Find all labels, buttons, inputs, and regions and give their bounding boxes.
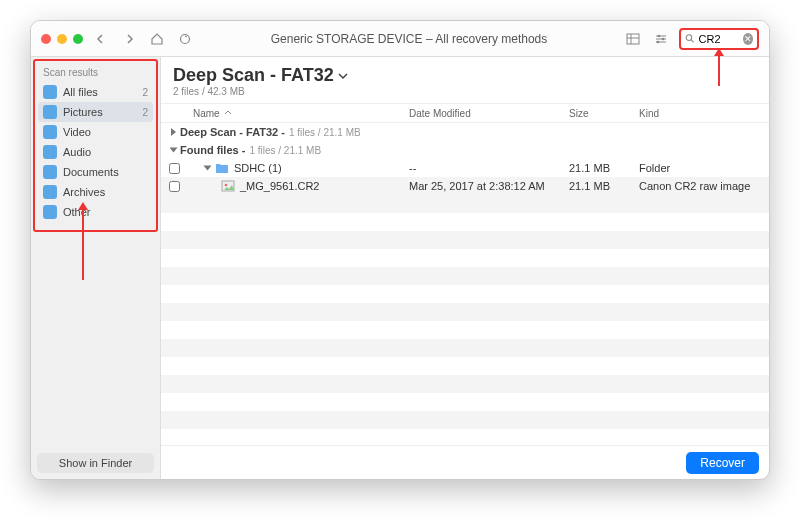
- view-mode-button[interactable]: [623, 29, 643, 49]
- file-size: 21.1 MB: [569, 162, 639, 174]
- scan-results-group: Scan results All files2Pictures2VideoAud…: [33, 59, 158, 232]
- file-row[interactable]: _MG_9561.CR2Mar 25, 2017 at 2:38:12 AM21…: [161, 177, 769, 195]
- svg-point-5: [686, 35, 692, 41]
- minimize-icon[interactable]: [57, 34, 67, 44]
- refresh-icon: [178, 32, 192, 46]
- category-icon: [43, 185, 57, 199]
- sidebar-header: Scan results: [35, 61, 156, 82]
- image-icon: [221, 180, 235, 192]
- sidebar-item-label: Pictures: [63, 106, 103, 118]
- search-input[interactable]: [699, 33, 739, 45]
- annotation-arrow-sidebar: [82, 210, 84, 280]
- show-in-finder-button[interactable]: Show in Finder: [37, 453, 154, 473]
- col-kind[interactable]: Kind: [639, 108, 769, 119]
- svg-point-3: [662, 37, 665, 40]
- titlebar: Generic STORAGE DEVICE – All recovery me…: [31, 21, 769, 57]
- group-meta: 1 files / 21.1 MB: [249, 145, 321, 156]
- home-button[interactable]: [147, 29, 167, 49]
- sidebar-item-count: 2: [142, 107, 148, 118]
- sidebar-item-label: Archives: [63, 186, 105, 198]
- row-checkbox[interactable]: [169, 163, 180, 174]
- file-date: Mar 25, 2017 at 2:38:12 AM: [409, 180, 569, 192]
- content-body: Scan results All files2Pictures2VideoAud…: [31, 57, 769, 479]
- search-icon: [685, 33, 695, 44]
- window-title: Generic STORAGE DEVICE – All recovery me…: [203, 32, 615, 46]
- sidebar-item-archives[interactable]: Archives: [35, 182, 156, 202]
- close-icon[interactable]: [41, 34, 51, 44]
- zoom-icon[interactable]: [73, 34, 83, 44]
- empty-row: [161, 339, 769, 357]
- page-title-text: Deep Scan - FAT32: [173, 65, 334, 86]
- category-icon: [43, 125, 57, 139]
- window-controls: [41, 34, 83, 44]
- sidebar-item-count: 2: [142, 87, 148, 98]
- svg-rect-1: [627, 34, 639, 44]
- home-icon: [150, 32, 164, 46]
- sort-asc-icon: [224, 109, 232, 117]
- disclosure-icon[interactable]: [204, 166, 212, 171]
- category-icon: [43, 205, 57, 219]
- empty-row: [161, 231, 769, 249]
- sidebar: Scan results All files2Pictures2VideoAud…: [31, 57, 161, 479]
- file-rows: Deep Scan - FAT32 - 1 files / 21.1 MBFou…: [161, 123, 769, 445]
- main-header: Deep Scan - FAT32 2 files / 42.3 MB: [161, 57, 769, 103]
- sidebar-item-label: Documents: [63, 166, 119, 178]
- sidebar-item-documents[interactable]: Documents: [35, 162, 156, 182]
- col-date[interactable]: Date Modified: [409, 108, 569, 119]
- app-window: Generic STORAGE DEVICE – All recovery me…: [30, 20, 770, 480]
- folder-icon: [215, 162, 229, 174]
- empty-row: [161, 411, 769, 429]
- recover-button[interactable]: Recover: [686, 452, 759, 474]
- column-headers: Name Date Modified Size Kind: [161, 103, 769, 123]
- sidebar-item-all-files[interactable]: All files2: [35, 82, 156, 102]
- file-kind: Canon CR2 raw image: [639, 180, 769, 192]
- empty-row: [161, 267, 769, 285]
- file-row[interactable]: SDHC (1)--21.1 MBFolder: [161, 159, 769, 177]
- disclosure-icon: [170, 148, 178, 153]
- main-panel: Deep Scan - FAT32 2 files / 42.3 MB Name…: [161, 57, 769, 479]
- group-header[interactable]: Found files - 1 files / 21.1 MB: [161, 141, 769, 159]
- empty-row: [161, 249, 769, 267]
- sliders-icon: [654, 33, 668, 45]
- empty-row: [161, 357, 769, 375]
- annotation-arrow-search: [718, 56, 720, 86]
- forward-button[interactable]: [119, 29, 139, 49]
- row-checkbox[interactable]: [169, 181, 180, 192]
- sidebar-item-audio[interactable]: Audio: [35, 142, 156, 162]
- sidebar-item-label: Audio: [63, 146, 91, 158]
- filter-button[interactable]: [651, 29, 671, 49]
- sidebar-item-pictures[interactable]: Pictures2: [38, 102, 153, 122]
- svg-point-0: [181, 34, 190, 43]
- col-size[interactable]: Size: [569, 108, 639, 119]
- empty-row: [161, 285, 769, 303]
- svg-point-7: [225, 184, 228, 187]
- page-title[interactable]: Deep Scan - FAT32: [173, 65, 348, 86]
- file-name: SDHC (1): [234, 162, 282, 174]
- sidebar-item-video[interactable]: Video: [35, 122, 156, 142]
- file-name: _MG_9561.CR2: [240, 180, 320, 192]
- sidebar-item-other[interactable]: Other: [35, 202, 156, 222]
- svg-point-2: [658, 34, 661, 37]
- chevron-down-icon: [338, 72, 348, 80]
- group-meta: 1 files / 21.1 MB: [289, 127, 361, 138]
- footer: Recover: [161, 445, 769, 479]
- empty-row: [161, 213, 769, 231]
- sidebar-item-label: All files: [63, 86, 98, 98]
- col-name[interactable]: Name: [187, 108, 409, 119]
- sidebar-item-label: Video: [63, 126, 91, 138]
- file-size: 21.1 MB: [569, 180, 639, 192]
- clear-search-button[interactable]: ✕: [743, 33, 753, 45]
- back-button[interactable]: [91, 29, 111, 49]
- search-input-container[interactable]: ✕: [679, 28, 759, 50]
- svg-point-4: [657, 40, 660, 43]
- category-icon: [43, 105, 57, 119]
- refresh-button[interactable]: [175, 29, 195, 49]
- category-icon: [43, 85, 57, 99]
- chevron-left-icon: [96, 34, 106, 44]
- empty-row: [161, 321, 769, 339]
- group-header[interactable]: Deep Scan - FAT32 - 1 files / 21.1 MB: [161, 123, 769, 141]
- grid-icon: [626, 33, 640, 45]
- group-label: Found files -: [180, 144, 245, 156]
- group-label: Deep Scan - FAT32 -: [180, 126, 285, 138]
- category-icon: [43, 145, 57, 159]
